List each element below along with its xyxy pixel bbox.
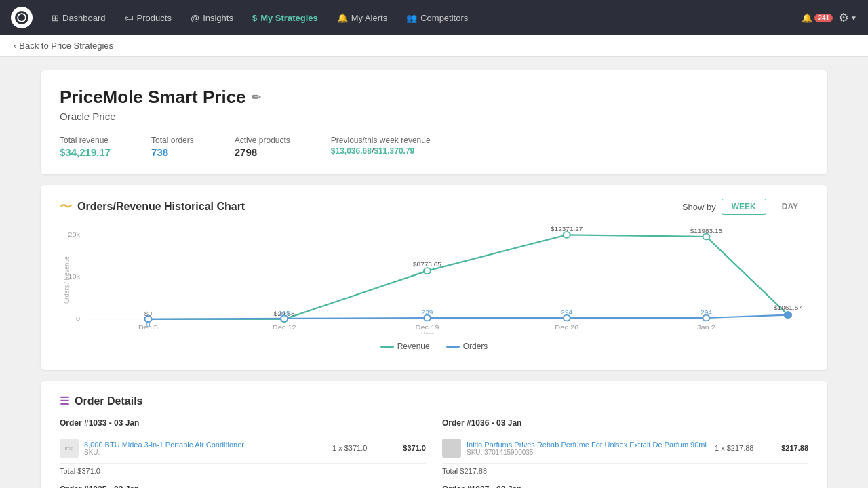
order-total-1033: Total $371.0 — [60, 463, 426, 475]
svg-point-28 — [564, 315, 570, 321]
product-thumbnail: img — [60, 439, 79, 458]
svg-text:Jan 2: Jan 2 — [697, 323, 715, 330]
active-products-stat: Active products 2798 — [235, 136, 290, 158]
svg-text:0: 0 — [146, 321, 151, 328]
edit-icon[interactable]: ✏ — [252, 91, 260, 104]
tag-icon: 🏷 — [125, 13, 134, 23]
orders-legend-dot — [446, 346, 460, 348]
logo[interactable] — [11, 7, 33, 28]
nav-insights[interactable]: @ Insights — [182, 9, 241, 27]
nav-my-strategies[interactable]: $ My Strategies — [244, 9, 326, 27]
order-total-1036: Total $217.88 — [442, 463, 808, 475]
gear-icon: ⚙ — [838, 10, 849, 25]
nav-products-label: Products — [137, 13, 172, 23]
nav-competitors-label: Competitors — [420, 13, 468, 23]
active-products-label: Active products — [235, 136, 290, 145]
show-by-controls: Show by WEEK DAY — [682, 199, 808, 215]
nav-competitors[interactable]: 👥 Competitors — [398, 9, 476, 27]
order-1037-header: Order #1037 - 03 Jan — [442, 485, 808, 488]
chart-title: 〜 Orders/Revenue Historical Chart — [60, 199, 245, 215]
back-button[interactable]: ‹ Back to Price Strategies — [14, 41, 113, 51]
week-button[interactable]: WEEK — [722, 199, 766, 215]
order-group-1037: Order #1037 - 03 Jan Initio Parfums Priv… — [442, 485, 808, 488]
notifications-badge: 241 — [814, 14, 833, 22]
grid-icon: ⊞ — [52, 13, 59, 23]
svg-text:Dec 12: Dec 12 — [273, 323, 296, 330]
order-1036-header: Order #1036 - 03 Jan — [442, 418, 808, 432]
nav-my-alerts[interactable]: 🔔 My Alerts — [329, 9, 395, 27]
prev-week-revenue-stat: Previous/this week revenue $13,036.68/$1… — [331, 136, 431, 156]
chevron-down-icon: ▼ — [850, 14, 857, 22]
list-item: Initio Parfums Prives Rehab Perfume For … — [442, 436, 808, 460]
product-thumbnail — [442, 439, 461, 458]
prev-week-label: Previous/this week revenue — [331, 136, 431, 145]
notification-bell-icon: 🔔 — [802, 13, 812, 23]
svg-text:$11983.15: $11983.15 — [690, 227, 722, 234]
main-content: PriceMole Smart Price ✏ Oracle Price Tot… — [27, 57, 841, 488]
strategy-title-row: PriceMole Smart Price ✏ — [60, 87, 808, 108]
list-icon: ☰ — [60, 394, 69, 407]
prev-week-values: $13,036.68/$11,370.79 — [331, 146, 431, 156]
svg-text:Time: Time — [420, 331, 435, 334]
breadcrumb-bar: ‹ Back to Price Strategies — [0, 35, 868, 57]
users-icon: 👥 — [406, 13, 417, 23]
svg-point-30 — [785, 312, 791, 318]
svg-point-17 — [703, 234, 709, 240]
order-price: $371.0 — [385, 444, 426, 452]
nav-dashboard-label: Dashboard — [62, 13, 106, 23]
svg-text:Orders / Revenue: Orders / Revenue — [63, 256, 71, 304]
product-name[interactable]: Initio Parfums Prives Rehab Perfume For … — [467, 441, 709, 449]
revenue-orders-chart: 20k 10k 0 Orders / Revenue Dec 5 Dec 12 … — [60, 226, 808, 334]
strategy-card: PriceMole Smart Price ✏ Oracle Price Tot… — [41, 70, 827, 174]
svg-text:$8773.65: $8773.65 — [413, 261, 441, 268]
revenue-legend: Revenue — [380, 342, 430, 351]
orders-card: ☰ Order Details Order #1033 - 03 Jan img… — [41, 381, 827, 488]
list-item: img 8,000 BTU Midea 3-in-1 Portable Air … — [60, 436, 426, 460]
total-revenue-stat: Total revenue $34,219.17 — [60, 136, 111, 158]
total-orders-label: Total orders — [151, 136, 194, 145]
product-sku: SKU: 3701415900035 — [467, 449, 709, 456]
svg-text:20k: 20k — [68, 231, 81, 238]
order-group-1036: Order #1036 - 03 Jan Initio Parfums Priv… — [442, 418, 808, 475]
product-name[interactable]: 8,000 BTU Midea 3-in-1 Portable Air Cond… — [84, 441, 327, 449]
day-button[interactable]: DAY — [772, 199, 808, 215]
svg-text:$1061.57: $1061.57 — [774, 304, 802, 311]
trend-icon: 〜 — [60, 199, 72, 215]
order-group-1035: Order #1035 - 03 Jan img Air Jordan 14 R… — [60, 485, 426, 488]
chart-icon: @ — [191, 13, 199, 23]
nav-my-strategies-label: My Strategies — [260, 13, 318, 23]
orders-legend: Orders — [446, 342, 488, 351]
order-group-1033: Order #1033 - 03 Jan img 8,000 BTU Midea… — [60, 418, 426, 475]
navbar: ⊞ Dashboard 🏷 Products @ Insights $ My S… — [0, 0, 868, 35]
strategy-subtitle: Oracle Price — [60, 110, 808, 122]
settings-button[interactable]: ⚙ ▼ — [838, 10, 857, 25]
chart-legend: Revenue Orders — [60, 342, 808, 351]
chevron-left-icon: ‹ — [14, 41, 16, 51]
orders-title: ☰ Order Details — [60, 394, 808, 407]
chart-container: 20k 10k 0 Orders / Revenue Dec 5 Dec 12 … — [60, 226, 808, 351]
svg-text:$12371.27: $12371.27 — [551, 226, 583, 232]
svg-text:165: 165 — [279, 309, 290, 316]
svg-text:294: 294 — [561, 308, 572, 315]
order-quantity: 1 x $217.88 — [715, 444, 762, 452]
orders-left-column: Order #1033 - 03 Jan img 8,000 BTU Midea… — [60, 418, 426, 488]
order-price: $217.88 — [768, 444, 808, 452]
nav-my-alerts-label: My Alerts — [351, 13, 387, 23]
order-quantity: 1 x $371.0 — [332, 444, 380, 452]
order-1033-header: Order #1033 - 03 Jan — [60, 418, 426, 432]
notifications-button[interactable]: 🔔 241 — [802, 13, 833, 23]
orders-right-column: Order #1036 - 03 Jan Initio Parfums Priv… — [442, 418, 808, 488]
svg-text:0: 0 — [76, 315, 80, 322]
nav-products[interactable]: 🏷 Products — [117, 9, 180, 27]
svg-point-29 — [703, 315, 709, 321]
nav-dashboard[interactable]: ⊞ Dashboard — [43, 9, 114, 27]
order-1035-header: Order #1035 - 03 Jan — [60, 485, 426, 488]
svg-text:294: 294 — [701, 308, 712, 315]
order-total-label: Total $217.88 — [442, 467, 487, 475]
svg-text:Dec 26: Dec 26 — [555, 323, 578, 330]
orders-grid: Order #1033 - 03 Jan img 8,000 BTU Midea… — [60, 418, 808, 488]
svg-point-15 — [424, 268, 431, 274]
strategy-title-text: PriceMole Smart Price — [60, 87, 246, 108]
chart-card: 〜 Orders/Revenue Historical Chart Show b… — [41, 185, 827, 370]
total-revenue-value: $34,219.17 — [60, 146, 111, 158]
